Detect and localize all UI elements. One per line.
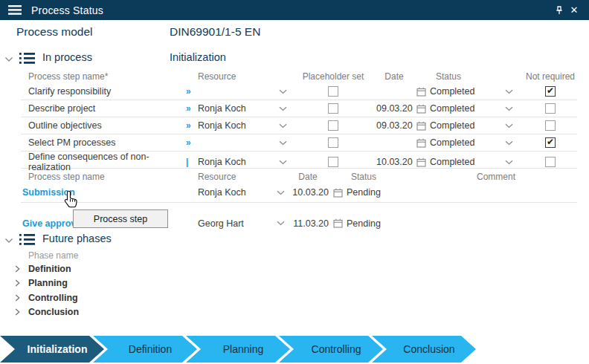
resource-dropdown-icon[interactable] [275,89,290,94]
not-required-checkbox[interactable] [545,157,556,167]
expand-icon[interactable] [15,308,28,316]
placeholder-checkbox[interactable] [328,86,338,97]
calendar-icon[interactable] [412,87,430,97]
calendar-icon[interactable] [412,104,430,114]
future-phase-conclusion[interactable]: Conclusion [0,305,79,320]
table-row: Outline objectives » Ronja Koch 09.03.20… [21,117,577,134]
status-dropdown-icon[interactable] [494,160,524,165]
col-resource: Resource [186,172,274,182]
window-title: Process Status [31,4,103,16]
placeholder-checkbox[interactable] [328,103,338,114]
future-phases-section-label: Future phases [42,233,112,244]
date-value[interactable]: 11.03.20 [287,218,329,229]
table-header-row: Process step name* Resource Placeholder … [21,69,577,83]
status-value[interactable]: Completed [430,103,494,114]
section-collapse-icon[interactable] [4,238,13,244]
not-required-checkbox[interactable] [545,120,556,131]
resource-value[interactable]: Ronja Koch [186,187,274,198]
resource-value[interactable]: Ronja Koch [198,120,275,131]
table-row: Submission Ronja Koch 10.03.20 Pending [21,183,577,203]
list-icon [19,53,35,64]
calendar-icon[interactable] [329,188,347,198]
close-icon[interactable]: ✕ [567,3,582,18]
resource-dropdown-icon[interactable] [275,160,290,165]
col-placeholder-set: Placeholder set [290,71,376,82]
future-phase-list: Definition Planning Controlling Conclusi… [0,261,79,319]
step-name: Outline objectives [21,120,186,131]
text-cursor-marker[interactable]: | [186,157,198,167]
future-phase-planning[interactable]: Planning [0,276,79,291]
col-resource: Resource [198,71,275,82]
in-process-section-label: In process [42,51,92,63]
resource-value[interactable]: Ronja Koch [198,157,275,167]
future-phase-controlling[interactable]: Controlling [0,290,79,305]
phase-arrow-controlling[interactable]: Controlling [279,336,383,363]
hamburger-menu-icon[interactable] [7,3,22,18]
phase-arrow-conclusion[interactable]: Conclusion [372,336,476,363]
resource-dropdown-icon[interactable] [275,140,290,146]
table-header-row: Process step name Resource Date Status C… [21,170,577,183]
jump-link-icon[interactable]: » [186,137,198,148]
section-collapse-icon[interactable] [4,56,13,62]
date-value[interactable]: 10.03.20 [376,157,412,167]
resource-dropdown-icon[interactable] [275,106,290,111]
expand-icon[interactable] [15,279,28,287]
in-process-table: Process step name* Resource Placeholder … [21,69,577,169]
not-required-checkbox[interactable] [545,103,556,114]
status-value[interactable]: Completed [430,137,494,148]
col-process-step-name: Process step name [21,172,186,182]
col-phase-name: Phase name [28,250,78,261]
date-value[interactable]: 10.03.20 [287,187,329,198]
status-value[interactable]: Completed [430,120,494,131]
jump-link-icon[interactable]: » [186,103,198,114]
resource-dropdown-icon[interactable] [274,190,287,195]
status-value: Pending [347,187,415,198]
status-dropdown-icon[interactable] [494,106,524,111]
list-icon [19,234,35,245]
submission-link[interactable]: Submission [21,187,186,198]
status-value[interactable]: Completed [430,86,494,97]
step-name: Select PM processes [21,137,186,148]
col-not-required: Not required [524,71,577,82]
calendar-icon[interactable] [329,218,347,228]
hand-cursor-icon [63,190,79,209]
in-process-phase-name: Initialization [170,51,226,63]
calendar-icon[interactable] [412,138,430,148]
calendar-icon[interactable] [412,157,430,167]
status-dropdown-icon[interactable] [494,123,524,129]
status-value: Pending [347,218,415,229]
step-name: Clarify responsibility [21,86,186,97]
not-required-checkbox[interactable] [545,86,556,97]
status-dropdown-icon[interactable] [494,140,524,146]
expand-icon[interactable] [15,265,28,273]
resource-value[interactable]: Ronja Koch [198,103,275,114]
expand-icon[interactable] [15,294,28,302]
col-process-step-name: Process step name* [21,71,186,82]
resource-dropdown-icon[interactable] [274,221,287,226]
resource-value[interactable]: Georg Hart [186,218,274,229]
step-name: Define consequences of non-realization [21,152,186,172]
placeholder-checkbox[interactable] [328,137,338,148]
jump-link-icon[interactable]: » [186,120,198,131]
not-required-checkbox[interactable] [545,137,556,148]
future-phase-definition[interactable]: Definition [0,261,79,276]
placeholder-checkbox[interactable] [328,157,338,167]
phase-arrow-planning[interactable]: Planning [186,336,290,363]
jump-link-icon[interactable]: » [186,86,198,97]
pin-icon[interactable] [552,3,567,18]
phase-arrow-initialization[interactable]: Initialization [0,336,104,363]
calendar-icon[interactable] [412,121,430,131]
resource-dropdown-icon[interactable] [275,123,290,129]
table-row: Describe project » Ronja Koch 09.03.20 C… [21,100,577,117]
step-name: Describe project [21,103,186,114]
status-value[interactable]: Completed [430,157,494,167]
placeholder-checkbox[interactable] [328,120,338,131]
status-dropdown-icon[interactable] [494,89,524,94]
phase-arrow-definition[interactable]: Definition [93,336,197,363]
table-row: Select PM processes » Completed [21,134,577,152]
date-value[interactable]: 09.03.20 [376,103,412,114]
process-model-value[interactable]: DIN69901/1-5 EN [170,25,260,39]
phase-progress-bar: Initialization Definition Planning Contr… [0,336,476,363]
date-value[interactable]: 09.03.20 [376,120,412,131]
col-status: Status [347,172,415,182]
